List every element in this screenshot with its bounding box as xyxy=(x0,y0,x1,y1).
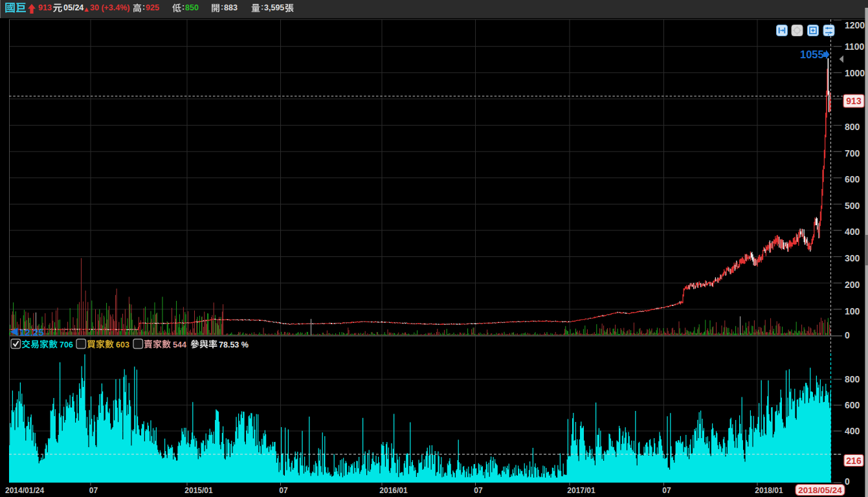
svg-text:400: 400 xyxy=(845,426,860,436)
svg-text:0: 0 xyxy=(845,476,850,487)
svg-text:216: 216 xyxy=(846,456,862,466)
svg-text:2016/01: 2016/01 xyxy=(379,486,408,495)
svg-text:1055: 1055 xyxy=(800,49,824,60)
svg-text:2014/01/24: 2014/01/24 xyxy=(5,486,44,495)
svg-text:12.25: 12.25 xyxy=(19,327,44,338)
svg-text:100: 100 xyxy=(845,306,860,316)
svg-text:200: 200 xyxy=(845,280,860,290)
svg-text:2017/01: 2017/01 xyxy=(567,486,595,495)
svg-text:2018/01: 2018/01 xyxy=(755,486,783,495)
svg-text:07: 07 xyxy=(279,486,288,495)
svg-text:600: 600 xyxy=(845,174,860,184)
svg-text:800: 800 xyxy=(845,122,860,132)
svg-text:2015/01: 2015/01 xyxy=(184,486,213,495)
svg-text:300: 300 xyxy=(845,253,860,263)
svg-text:0: 0 xyxy=(845,330,850,340)
svg-text:600: 600 xyxy=(845,400,860,410)
svg-text:78.53 %: 78.53 % xyxy=(219,340,249,349)
svg-text:544: 544 xyxy=(173,340,186,349)
svg-text:500: 500 xyxy=(845,201,860,211)
svg-text:603: 603 xyxy=(116,340,129,349)
svg-text:913: 913 xyxy=(846,96,862,106)
svg-text:706: 706 xyxy=(60,340,73,349)
svg-text:1200: 1200 xyxy=(845,20,865,30)
svg-text:2018/05/24: 2018/05/24 xyxy=(798,485,842,495)
svg-text:1000: 1000 xyxy=(845,68,865,78)
svg-text:07: 07 xyxy=(662,486,671,495)
svg-text:1100: 1100 xyxy=(845,41,865,52)
svg-text:07: 07 xyxy=(89,486,98,495)
svg-text:700: 700 xyxy=(845,148,860,159)
svg-text:07: 07 xyxy=(474,486,483,495)
svg-text:800: 800 xyxy=(845,374,860,384)
svg-text:400: 400 xyxy=(845,226,860,237)
